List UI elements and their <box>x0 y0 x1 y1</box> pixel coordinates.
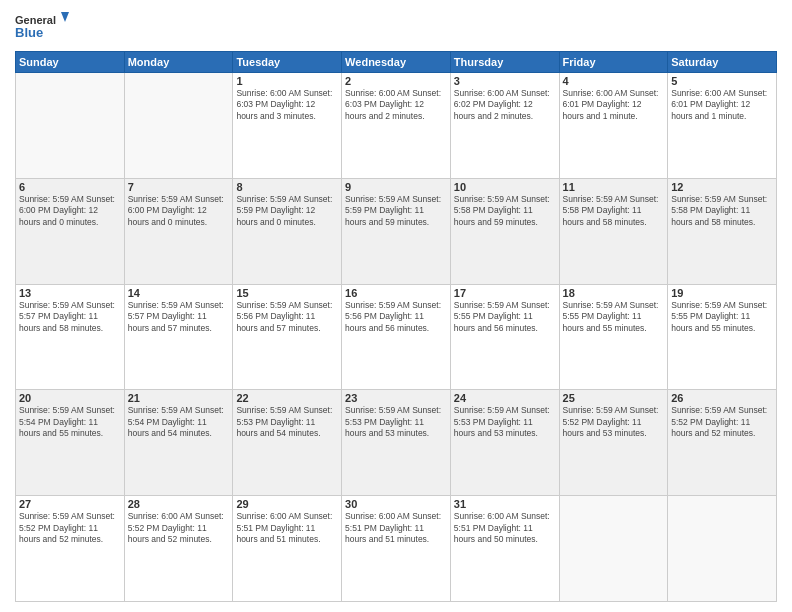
weekday-header-wednesday: Wednesday <box>342 52 451 73</box>
calendar-cell: 27Sunrise: 5:59 AM Sunset: 5:52 PM Dayli… <box>16 496 125 602</box>
day-info: Sunrise: 5:59 AM Sunset: 6:00 PM Dayligh… <box>128 194 230 228</box>
weekday-header-friday: Friday <box>559 52 668 73</box>
svg-text:Blue: Blue <box>15 25 43 40</box>
calendar-cell <box>16 73 125 179</box>
calendar-cell: 30Sunrise: 6:00 AM Sunset: 5:51 PM Dayli… <box>342 496 451 602</box>
day-number: 10 <box>454 181 556 193</box>
day-info: Sunrise: 6:00 AM Sunset: 5:51 PM Dayligh… <box>454 511 556 545</box>
day-number: 21 <box>128 392 230 404</box>
header: General Blue <box>15 10 777 45</box>
day-info: Sunrise: 6:00 AM Sunset: 6:03 PM Dayligh… <box>236 88 338 122</box>
day-info: Sunrise: 5:59 AM Sunset: 5:56 PM Dayligh… <box>236 300 338 334</box>
day-number: 31 <box>454 498 556 510</box>
calendar-cell: 9Sunrise: 5:59 AM Sunset: 5:59 PM Daylig… <box>342 178 451 284</box>
calendar-cell: 21Sunrise: 5:59 AM Sunset: 5:54 PM Dayli… <box>124 390 233 496</box>
weekday-header-saturday: Saturday <box>668 52 777 73</box>
day-info: Sunrise: 5:59 AM Sunset: 5:56 PM Dayligh… <box>345 300 447 334</box>
day-info: Sunrise: 5:59 AM Sunset: 5:52 PM Dayligh… <box>19 511 121 545</box>
calendar-cell <box>668 496 777 602</box>
calendar-cell: 23Sunrise: 5:59 AM Sunset: 5:53 PM Dayli… <box>342 390 451 496</box>
day-number: 20 <box>19 392 121 404</box>
calendar-cell: 20Sunrise: 5:59 AM Sunset: 5:54 PM Dayli… <box>16 390 125 496</box>
day-number: 27 <box>19 498 121 510</box>
day-number: 25 <box>563 392 665 404</box>
calendar-cell: 13Sunrise: 5:59 AM Sunset: 5:57 PM Dayli… <box>16 284 125 390</box>
day-number: 18 <box>563 287 665 299</box>
day-number: 28 <box>128 498 230 510</box>
day-number: 19 <box>671 287 773 299</box>
logo-svg: General Blue <box>15 10 70 45</box>
weekday-header-monday: Monday <box>124 52 233 73</box>
calendar-cell: 2Sunrise: 6:00 AM Sunset: 6:03 PM Daylig… <box>342 73 451 179</box>
calendar-cell: 10Sunrise: 5:59 AM Sunset: 5:58 PM Dayli… <box>450 178 559 284</box>
calendar-cell: 14Sunrise: 5:59 AM Sunset: 5:57 PM Dayli… <box>124 284 233 390</box>
calendar-cell: 3Sunrise: 6:00 AM Sunset: 6:02 PM Daylig… <box>450 73 559 179</box>
calendar-cell: 15Sunrise: 5:59 AM Sunset: 5:56 PM Dayli… <box>233 284 342 390</box>
day-number: 8 <box>236 181 338 193</box>
day-number: 14 <box>128 287 230 299</box>
day-number: 3 <box>454 75 556 87</box>
day-info: Sunrise: 5:59 AM Sunset: 5:53 PM Dayligh… <box>236 405 338 439</box>
week-row-5: 27Sunrise: 5:59 AM Sunset: 5:52 PM Dayli… <box>16 496 777 602</box>
weekday-header-thursday: Thursday <box>450 52 559 73</box>
day-number: 6 <box>19 181 121 193</box>
day-info: Sunrise: 5:59 AM Sunset: 5:57 PM Dayligh… <box>128 300 230 334</box>
day-info: Sunrise: 5:59 AM Sunset: 5:54 PM Dayligh… <box>19 405 121 439</box>
day-number: 13 <box>19 287 121 299</box>
logo: General Blue <box>15 10 70 45</box>
day-info: Sunrise: 6:00 AM Sunset: 5:51 PM Dayligh… <box>236 511 338 545</box>
svg-marker-2 <box>61 12 69 22</box>
calendar-cell <box>124 73 233 179</box>
day-info: Sunrise: 5:59 AM Sunset: 5:55 PM Dayligh… <box>671 300 773 334</box>
day-info: Sunrise: 5:59 AM Sunset: 5:57 PM Dayligh… <box>19 300 121 334</box>
weekday-header-tuesday: Tuesday <box>233 52 342 73</box>
day-number: 22 <box>236 392 338 404</box>
day-info: Sunrise: 6:00 AM Sunset: 5:52 PM Dayligh… <box>128 511 230 545</box>
calendar-cell: 11Sunrise: 5:59 AM Sunset: 5:58 PM Dayli… <box>559 178 668 284</box>
day-info: Sunrise: 5:59 AM Sunset: 5:58 PM Dayligh… <box>454 194 556 228</box>
day-info: Sunrise: 6:00 AM Sunset: 6:01 PM Dayligh… <box>563 88 665 122</box>
day-number: 23 <box>345 392 447 404</box>
calendar-cell: 4Sunrise: 6:00 AM Sunset: 6:01 PM Daylig… <box>559 73 668 179</box>
calendar-cell: 18Sunrise: 5:59 AM Sunset: 5:55 PM Dayli… <box>559 284 668 390</box>
calendar-cell: 31Sunrise: 6:00 AM Sunset: 5:51 PM Dayli… <box>450 496 559 602</box>
calendar-page: General Blue SundayMondayTuesdayWednesda… <box>0 0 792 612</box>
calendar-table: SundayMondayTuesdayWednesdayThursdayFrid… <box>15 51 777 602</box>
day-number: 29 <box>236 498 338 510</box>
calendar-cell: 6Sunrise: 5:59 AM Sunset: 6:00 PM Daylig… <box>16 178 125 284</box>
calendar-cell: 7Sunrise: 5:59 AM Sunset: 6:00 PM Daylig… <box>124 178 233 284</box>
week-row-4: 20Sunrise: 5:59 AM Sunset: 5:54 PM Dayli… <box>16 390 777 496</box>
day-info: Sunrise: 6:00 AM Sunset: 6:02 PM Dayligh… <box>454 88 556 122</box>
day-number: 11 <box>563 181 665 193</box>
weekday-header-sunday: Sunday <box>16 52 125 73</box>
day-number: 2 <box>345 75 447 87</box>
day-number: 9 <box>345 181 447 193</box>
day-number: 16 <box>345 287 447 299</box>
day-info: Sunrise: 5:59 AM Sunset: 5:58 PM Dayligh… <box>671 194 773 228</box>
day-number: 24 <box>454 392 556 404</box>
day-info: Sunrise: 5:59 AM Sunset: 5:58 PM Dayligh… <box>563 194 665 228</box>
day-number: 26 <box>671 392 773 404</box>
calendar-cell: 8Sunrise: 5:59 AM Sunset: 5:59 PM Daylig… <box>233 178 342 284</box>
day-info: Sunrise: 5:59 AM Sunset: 5:53 PM Dayligh… <box>454 405 556 439</box>
day-number: 30 <box>345 498 447 510</box>
day-number: 1 <box>236 75 338 87</box>
week-row-2: 6Sunrise: 5:59 AM Sunset: 6:00 PM Daylig… <box>16 178 777 284</box>
calendar-cell: 16Sunrise: 5:59 AM Sunset: 5:56 PM Dayli… <box>342 284 451 390</box>
day-info: Sunrise: 6:00 AM Sunset: 6:03 PM Dayligh… <box>345 88 447 122</box>
calendar-cell: 1Sunrise: 6:00 AM Sunset: 6:03 PM Daylig… <box>233 73 342 179</box>
calendar-cell: 28Sunrise: 6:00 AM Sunset: 5:52 PM Dayli… <box>124 496 233 602</box>
day-info: Sunrise: 6:00 AM Sunset: 6:01 PM Dayligh… <box>671 88 773 122</box>
calendar-cell: 25Sunrise: 5:59 AM Sunset: 5:52 PM Dayli… <box>559 390 668 496</box>
day-number: 17 <box>454 287 556 299</box>
day-number: 5 <box>671 75 773 87</box>
day-info: Sunrise: 5:59 AM Sunset: 6:00 PM Dayligh… <box>19 194 121 228</box>
day-info: Sunrise: 5:59 AM Sunset: 5:55 PM Dayligh… <box>454 300 556 334</box>
weekday-header-row: SundayMondayTuesdayWednesdayThursdayFrid… <box>16 52 777 73</box>
calendar-cell <box>559 496 668 602</box>
day-info: Sunrise: 5:59 AM Sunset: 5:59 PM Dayligh… <box>236 194 338 228</box>
calendar-cell: 5Sunrise: 6:00 AM Sunset: 6:01 PM Daylig… <box>668 73 777 179</box>
week-row-3: 13Sunrise: 5:59 AM Sunset: 5:57 PM Dayli… <box>16 284 777 390</box>
calendar-cell: 12Sunrise: 5:59 AM Sunset: 5:58 PM Dayli… <box>668 178 777 284</box>
day-info: Sunrise: 5:59 AM Sunset: 5:55 PM Dayligh… <box>563 300 665 334</box>
